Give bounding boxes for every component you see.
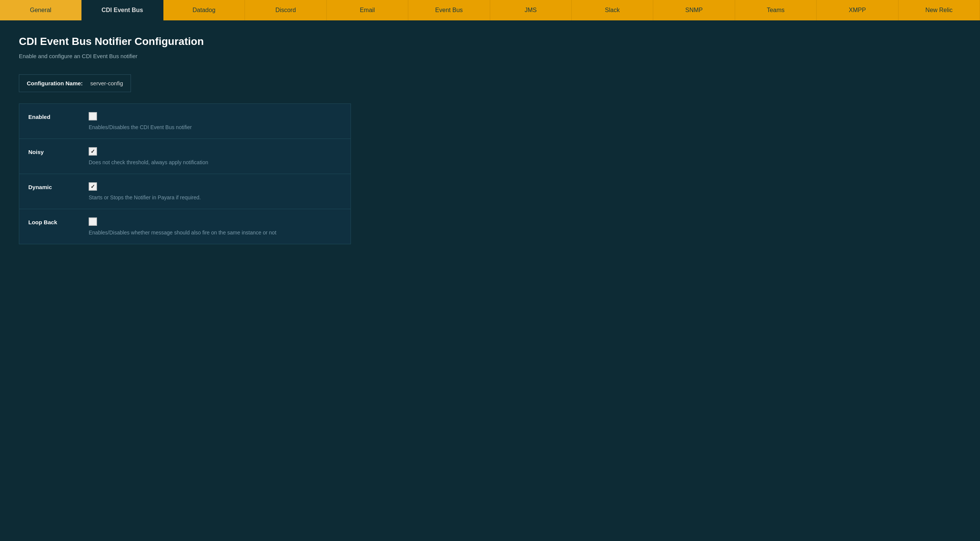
tab-xmpp[interactable]: XMPP bbox=[817, 0, 898, 21]
tab-email[interactable]: Email bbox=[327, 0, 408, 21]
main-content: CDI Event Bus Notifier Configuration Ena… bbox=[0, 21, 980, 259]
checkbox-wrapper-2: ✓ bbox=[89, 182, 201, 191]
config-name-row: Configuration Name: server-config bbox=[19, 74, 131, 92]
tab-snmp[interactable]: SNMP bbox=[653, 0, 735, 21]
tab-teams[interactable]: Teams bbox=[735, 0, 817, 21]
setting-row-enabled: EnabledEnables/Disables the CDI Event Bu… bbox=[19, 104, 350, 139]
setting-row-noisy: Noisy✓Does not check threshold, always a… bbox=[19, 139, 350, 174]
setting-label-3: Loop Back bbox=[28, 217, 77, 225]
setting-description-1: Does not check threshold, always apply n… bbox=[89, 159, 208, 165]
checkbox-wrapper-0 bbox=[89, 112, 192, 120]
checkbox-wrapper-1: ✓ bbox=[89, 147, 208, 156]
tab-cdi-event-bus[interactable]: CDI Event Bus bbox=[81, 0, 163, 21]
tab-slack[interactable]: Slack bbox=[572, 0, 653, 21]
page-subtitle: Enable and configure an CDI Event Bus no… bbox=[19, 53, 961, 59]
tab-new-relic[interactable]: New Relic bbox=[899, 0, 980, 21]
setting-row-dynamic: Dynamic✓Starts or Stops the Notifier in … bbox=[19, 174, 350, 209]
tab-general[interactable]: General bbox=[0, 0, 81, 21]
checkbox-wrapper-3 bbox=[89, 217, 276, 226]
tab-event-bus[interactable]: Event Bus bbox=[408, 0, 490, 21]
tab-bar: GeneralCDI Event BusDatadogDiscordEmailE… bbox=[0, 0, 980, 21]
setting-label-2: Dynamic bbox=[28, 182, 77, 190]
checkbox-enabled[interactable] bbox=[89, 112, 97, 120]
setting-description-3: Enables/Disables whether message should … bbox=[89, 230, 276, 236]
setting-description-2: Starts or Stops the Notifier in Payara i… bbox=[89, 195, 201, 201]
config-name-value: server-config bbox=[90, 80, 123, 86]
setting-control-area-2: ✓Starts or Stops the Notifier in Payara … bbox=[89, 182, 201, 201]
setting-row-loop-back: Loop BackEnables/Disables whether messag… bbox=[19, 209, 350, 244]
setting-label-1: Noisy bbox=[28, 147, 77, 155]
tab-datadog[interactable]: Datadog bbox=[163, 0, 245, 21]
page-title: CDI Event Bus Notifier Configuration bbox=[19, 35, 961, 48]
setting-control-area-3: Enables/Disables whether message should … bbox=[89, 217, 276, 236]
tab-discord[interactable]: Discord bbox=[245, 0, 326, 21]
setting-control-area-0: Enables/Disables the CDI Event Bus notif… bbox=[89, 112, 192, 130]
settings-table: EnabledEnables/Disables the CDI Event Bu… bbox=[19, 104, 351, 244]
checkbox-loop-back[interactable] bbox=[89, 217, 97, 226]
setting-control-area-1: ✓Does not check threshold, always apply … bbox=[89, 147, 208, 165]
checkbox-noisy[interactable]: ✓ bbox=[89, 147, 97, 156]
tab-jms[interactable]: JMS bbox=[490, 0, 572, 21]
setting-label-0: Enabled bbox=[28, 112, 77, 120]
setting-description-0: Enables/Disables the CDI Event Bus notif… bbox=[89, 124, 192, 130]
config-name-label: Configuration Name: bbox=[27, 80, 83, 86]
checkbox-dynamic[interactable]: ✓ bbox=[89, 182, 97, 191]
